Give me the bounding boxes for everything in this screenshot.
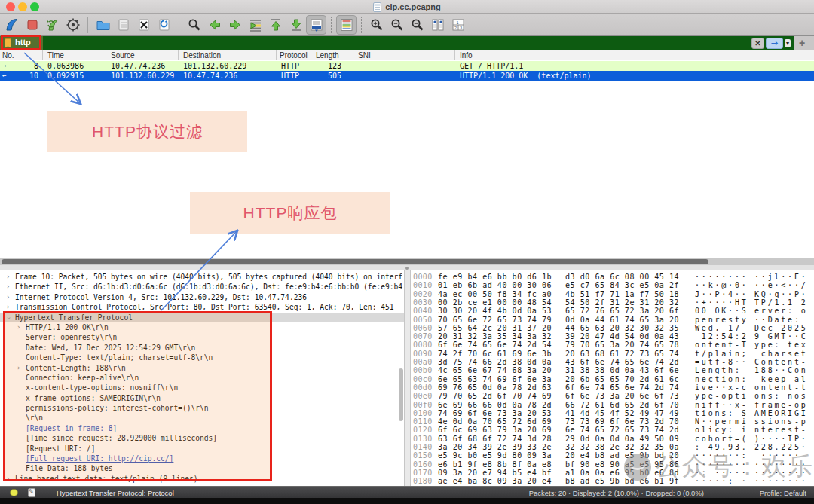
hex-row[interactable]: 00b04c 65 6e 67 74 68 3a 2031 38 38 0d 0… <box>411 366 814 374</box>
hex-bytes: 6e 65 63 74 69 6f 6e 3a <box>438 375 552 383</box>
go-back-button[interactable] <box>204 15 225 35</box>
stop-capture-button[interactable] <box>22 15 42 35</box>
zoom-out-button[interactable] <box>387 15 407 35</box>
hex-offset: 0060 <box>413 324 433 332</box>
hex-bytes: )····IP· <box>754 435 808 443</box>
close-file-button[interactable] <box>133 15 154 35</box>
hex-bytes: ·+····HT <box>695 298 748 307</box>
hex-row[interactable]: 013063 6f 68 6f 72 74 3d 2829 0d 0a 0d 0… <box>411 435 814 443</box>
hex-offset: 0150 <box>413 451 433 460</box>
restart-capture-button[interactable] <box>42 15 63 35</box>
expand-chevron-icon[interactable]: › <box>6 272 10 282</box>
go-to-packet-button[interactable] <box>245 15 265 35</box>
hex-row[interactable]: 01206f 6c 69 63 79 3a 20 696e 74 65 72 6… <box>411 426 814 434</box>
pane-splitter[interactable] <box>0 265 814 270</box>
status-profile[interactable]: Profile: Default <box>760 489 806 497</box>
start-capture-button[interactable] <box>2 15 22 35</box>
capture-options-button[interactable] <box>63 15 83 35</box>
hex-row[interactable]: 00a03d 75 74 66 2d 38 0d 0a43 6f 6e 74 6… <box>411 358 814 366</box>
detail-row[interactable]: ›Ethernet II, Src: d6:1b:d3:d0:6a:6c (d6… <box>0 282 404 292</box>
go-forward-button[interactable] <box>225 15 245 35</box>
find-packet-button[interactable] <box>184 15 204 35</box>
find-packet-icon <box>187 17 202 32</box>
http-annotation-rect <box>3 311 272 481</box>
display-filter-input[interactable] <box>0 36 794 50</box>
hex-bytes: cohort=( <box>695 435 748 443</box>
packet-row[interactable]: ← 10 0.092915 101.132.60.229 10.47.74.23… <box>0 71 814 81</box>
zoom-normal-button[interactable] <box>407 15 427 35</box>
go-last-packet-button[interactable] <box>286 15 306 35</box>
hex-row[interactable]: 004030 30 20 4f 4b 0d 0a 5365 72 76 65 7… <box>411 307 814 315</box>
column-header-info[interactable]: Info <box>455 50 814 60</box>
column-header-no[interactable]: No. <box>0 50 43 60</box>
hex-bytes: 01 eb 6b ad 40 00 30 06 <box>438 281 552 289</box>
hex-row[interactable]: 0150e5 9c b0 e5 9d 80 09 3a20 e4 b8 ad e… <box>411 451 814 460</box>
reload-file-button[interactable] <box>154 15 174 35</box>
hex-row[interactable]: 00e079 70 65 2d 6f 70 74 696f 6e 73 3a 2… <box>411 392 814 400</box>
hex-offset: 0090 <box>413 350 433 358</box>
hex-row[interactable]: 001001 eb 6b ad 40 00 30 06e5 c7 65 84 3… <box>411 281 814 289</box>
column-header-destination[interactable]: Destination <box>179 50 277 60</box>
column-header-time[interactable]: Time <box>43 50 106 60</box>
detail-row[interactable]: ›Frame 10: Packet, 505 bytes on wire (40… <box>0 272 404 282</box>
hex-bytes: ········ <box>754 469 808 477</box>
auto-scroll-button[interactable] <box>306 15 326 35</box>
hex-row[interactable]: 009074 2f 70 6c 61 69 6e 3b20 63 68 61 7… <box>411 350 814 358</box>
filter-apply-button[interactable]: ➝ <box>766 38 783 49</box>
hex-row[interactable]: 017009 3a 20 e7 94 b5 e4 bfa1 0a 0a e6 9… <box>411 469 814 477</box>
capture-comment-icon[interactable] <box>28 488 35 497</box>
hex-bytes: tions: S <box>695 409 748 417</box>
cell-length: 123 <box>311 61 353 71</box>
hex-row[interactable]: 0000fe e9 b4 e6 bb b0 d6 1bd3 d0 6a 6c 0… <box>411 273 814 281</box>
layout-button[interactable]: 123 <box>448 15 468 35</box>
hex-row[interactable]: 01403a 20 34 39 2e 39 33 2e32 32 38 2e 3… <box>411 443 814 451</box>
zoom-in-button[interactable] <box>366 15 387 35</box>
hex-row[interactable]: 007020 31 32 3a 35 34 3a 3239 20 47 4d 5… <box>411 332 814 341</box>
hex-row[interactable]: 00f06e 69 66 66 0d 0a 78 2d66 72 61 6d 6… <box>411 401 814 409</box>
detail-scrollbar-thumb[interactable] <box>399 368 403 421</box>
hex-row[interactable]: 005070 65 6e 72 65 73 74 790d 0a 44 61 7… <box>411 316 814 324</box>
go-first-packet-button[interactable] <box>265 15 286 35</box>
expand-chevron-icon[interactable]: › <box>6 282 10 292</box>
open-file-button[interactable] <box>93 15 113 35</box>
hex-bytes: Content- <box>754 358 808 366</box>
hex-bytes: t/plain; <box>695 350 748 358</box>
hex-row[interactable]: 00d069 76 65 0d 0a 78 2d 636f 6e 74 65 6… <box>411 383 814 392</box>
cell-sni <box>353 61 455 71</box>
expand-chevron-icon[interactable]: › <box>6 292 10 302</box>
horizontal-scrollbar-thumb[interactable] <box>2 259 708 264</box>
hex-row[interactable]: 010074 69 6f 6e 73 3a 20 5341 4d 45 4f 5… <box>411 409 814 417</box>
hex-row[interactable]: 0180ae e4 ba 8c 09 3a 20 e4b8 ad e5 9b b… <box>411 477 814 485</box>
filter-annotation-label: HTTP协议过滤 <box>92 121 203 142</box>
column-header-sni[interactable]: SNI <box>353 50 455 60</box>
hex-row[interactable]: 01104e 0d 0a 70 65 72 6d 6973 73 69 6f 6… <box>411 417 814 426</box>
hex-row[interactable]: 003000 2b ce e1 00 00 48 5454 50 2f 31 2… <box>411 298 814 307</box>
hex-row[interactable]: 006057 65 64 2c 20 31 37 2044 65 63 20 3… <box>411 324 814 332</box>
cell-protocol: HTTP <box>277 71 311 81</box>
hex-bytes: penresty <box>695 316 748 324</box>
packet-row[interactable]: → 8 0.063986 10.47.74.236 101.132.60.229… <box>0 61 814 71</box>
hex-bytes: ·····: · <box>695 477 748 485</box>
hex-bytes: b8 ad e5 9b bd e6 b1 9f <box>565 477 679 485</box>
hex-row[interactable]: 00806f 6e 74 65 6e 74 2d 5479 70 65 3a 2… <box>411 341 814 349</box>
detail-row[interactable]: ›Internet Protocol Version 4, Src: 101.1… <box>0 292 404 302</box>
filter-clear-button[interactable]: ✕ <box>751 38 764 49</box>
resize-columns-button[interactable] <box>427 15 448 35</box>
horizontal-scrollbar[interactable] <box>0 258 814 265</box>
column-header-source[interactable]: Source <box>106 50 179 60</box>
hex-row[interactable]: 00c06e 65 63 74 69 6f 6e 3a20 6b 65 65 7… <box>411 375 814 383</box>
hex-row[interactable]: 00204a ec 00 50 f8 34 fc a04b 51 f7 71 1… <box>411 290 814 298</box>
column-header-protocol[interactable]: Protocol <box>277 50 311 60</box>
go-last-packet-icon <box>289 17 304 32</box>
expert-info-icon[interactable] <box>10 489 18 496</box>
colorize-button[interactable] <box>336 15 357 35</box>
filter-dropdown-caret[interactable]: ▾ <box>785 39 791 47</box>
hex-bytes: 20 6b 65 65 70 2d 61 6c <box>565 375 679 383</box>
column-header-length[interactable]: Length <box>311 50 353 60</box>
pane-vertical-divider[interactable] <box>404 270 411 486</box>
toolbar-separator <box>331 17 332 33</box>
hex-bytes: 6e 74 65 72 65 73 74 2d <box>565 426 679 434</box>
hex-row[interactable]: 0160e6 b1 9f e8 8b 8f 0a e8bf 90 e8 90 a… <box>411 460 814 469</box>
save-file-button[interactable] <box>113 15 133 35</box>
filter-add-button[interactable]: + <box>796 37 808 49</box>
